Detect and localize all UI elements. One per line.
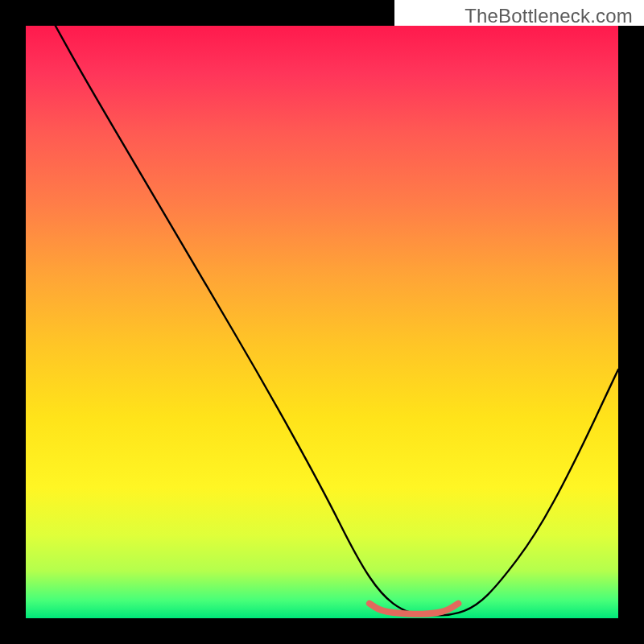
curve-layer <box>26 26 618 618</box>
chart-frame: TheBottleneck.com <box>0 0 644 644</box>
bottleneck-curve <box>56 26 618 615</box>
optimal-range-curve <box>369 604 458 614</box>
watermark-text: TheBottleneck.com <box>464 5 633 27</box>
plot-area <box>26 26 618 618</box>
